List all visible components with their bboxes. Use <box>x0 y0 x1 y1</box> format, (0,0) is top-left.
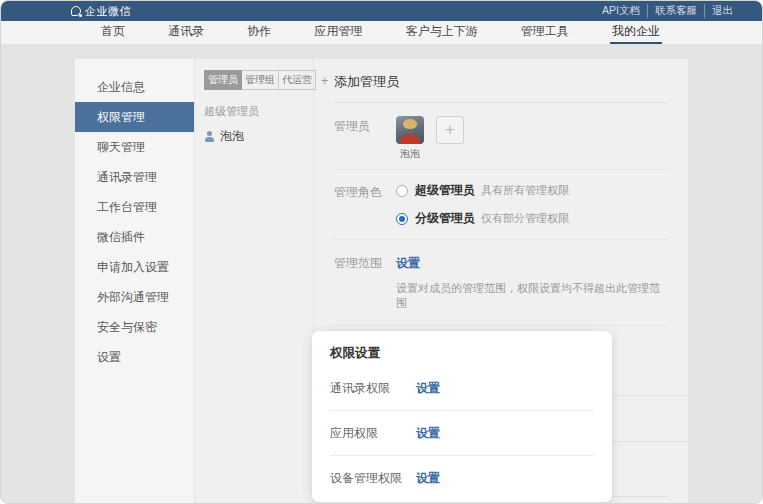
nav-tab-my-company[interactable]: 我的企业 <box>610 21 662 44</box>
admin-list-panel: 管理员 管理组 代运营 + 超级管理员 泡泡 <box>195 59 314 504</box>
nav-tab-collaboration[interactable]: 协作 <box>245 21 273 44</box>
admin-scope-row: 管理范围 设置 设置对成员的管理范围，权限设置均不得超出此管理范围 <box>334 239 668 326</box>
super-admin-group-label: 超级管理员 <box>204 104 305 119</box>
nav-tab-customers[interactable]: 客户与上下游 <box>404 21 480 44</box>
sidebar-item-external-comm[interactable]: 外部沟通管理 <box>75 282 194 312</box>
wework-logo-text: 企业微信 <box>85 4 131 19</box>
role-option-desc: 具有所有管理权限 <box>481 183 569 198</box>
admin-member-name: 泡泡 <box>220 128 244 145</box>
sidebar-item-permission-mgmt[interactable]: 权限管理 <box>75 102 194 132</box>
sidebar-item-company-info[interactable]: 企业信息 <box>75 72 194 102</box>
role-option-name: 分级管理员 <box>415 210 475 227</box>
admin-scope-content: 设置 设置对成员的管理范围，权限设置均不得超出此管理范围 <box>396 253 668 311</box>
person-icon <box>204 131 215 142</box>
permission-settings-zone: 权限设置 通讯录权限 设置 应用权限 设置 设备管理权限 设置 <box>334 331 668 487</box>
page-title: 添加管理员 <box>334 73 668 103</box>
radio-unchecked-icon[interactable] <box>396 185 408 197</box>
scope-settings-link[interactable]: 设置 <box>396 256 420 270</box>
wework-logo[interactable]: 企业微信 <box>71 4 131 19</box>
logout-link[interactable]: 退出 <box>704 4 740 18</box>
settings-sidebar: 企业信息 权限管理 聊天管理 通讯录管理 工作台管理 微信插件 申请加入设置 外… <box>75 59 195 504</box>
nav-tab-contacts[interactable]: 通讯录 <box>166 21 206 44</box>
tab-agent-ops[interactable]: 代运营 <box>279 70 316 90</box>
permission-card-title: 权限设置 <box>330 345 594 362</box>
app-window: 企业微信 API文档 联系客服 退出 首页 通讯录 协作 应用管理 客户与上下游… <box>0 0 763 504</box>
tab-administrators[interactable]: 管理员 <box>204 70 242 90</box>
device-permission-row: 设备管理权限 设置 <box>330 455 594 500</box>
nav-tab-admin-tools[interactable]: 管理工具 <box>519 21 571 44</box>
admin-role-label: 管理角色 <box>334 182 396 227</box>
admin-type-tabs: 管理员 管理组 代运营 + <box>204 70 305 90</box>
sidebar-item-settings[interactable]: 设置 <box>75 342 194 372</box>
admin-members-row: 管理员 泡泡 + <box>334 103 668 169</box>
radio-checked-icon[interactable] <box>396 213 408 225</box>
role-option-scoped-admin[interactable]: 分级管理员 仅有部分管理权限 <box>396 210 569 227</box>
add-admin-button[interactable]: + <box>436 116 464 144</box>
app-permission-label: 应用权限 <box>330 425 416 442</box>
role-option-desc: 仅有部分管理权限 <box>481 211 569 226</box>
admin-members-label: 管理员 <box>334 116 396 161</box>
permission-settings-card: 权限设置 通讯录权限 设置 应用权限 设置 设备管理权限 设置 <box>312 331 612 502</box>
sidebar-item-join-settings[interactable]: 申请加入设置 <box>75 252 194 282</box>
primary-nav: 首页 通讯录 协作 应用管理 客户与上下游 管理工具 我的企业 <box>1 21 762 45</box>
role-option-name: 超级管理员 <box>415 182 475 199</box>
add-admin-form: 添加管理员 管理员 泡泡 + 管理角色 <box>314 59 688 504</box>
admin-avatar-item[interactable]: 泡泡 <box>396 116 424 161</box>
device-permission-label: 设备管理权限 <box>330 470 416 487</box>
contacts-permission-row: 通讯录权限 设置 <box>330 366 594 410</box>
sidebar-item-workbench-mgmt[interactable]: 工作台管理 <box>75 192 194 222</box>
role-options: 超级管理员 具有所有管理权限 分级管理员 仅有部分管理权限 <box>396 182 569 227</box>
wework-logo-icon <box>71 6 81 16</box>
selected-admins: 泡泡 + <box>396 116 464 161</box>
page-body: 企业信息 权限管理 聊天管理 通讯录管理 工作台管理 微信插件 申请加入设置 外… <box>1 45 762 504</box>
user-avatar <box>396 116 424 144</box>
nav-tab-apps[interactable]: 应用管理 <box>312 21 364 44</box>
contacts-permission-settings-link[interactable]: 设置 <box>416 380 440 397</box>
admin-role-row: 管理角色 超级管理员 具有所有管理权限 分级管理员 仅有部分管理权限 <box>334 169 668 239</box>
tab-admin-groups[interactable]: 管理组 <box>242 70 279 90</box>
topbar-links: API文档 联系客服 退出 <box>595 4 740 18</box>
app-permission-settings-link[interactable]: 设置 <box>416 425 440 442</box>
scope-description: 设置对成员的管理范围，权限设置均不得超出此管理范围 <box>396 281 668 311</box>
content-card: 企业信息 权限管理 聊天管理 通讯录管理 工作台管理 微信插件 申请加入设置 外… <box>75 59 688 504</box>
api-docs-link[interactable]: API文档 <box>595 4 647 18</box>
topbar: 企业微信 API文档 联系客服 退出 <box>1 1 762 21</box>
sidebar-item-contacts-mgmt[interactable]: 通讯录管理 <box>75 162 194 192</box>
sidebar-item-security[interactable]: 安全与保密 <box>75 312 194 342</box>
avatar-name: 泡泡 <box>396 147 424 161</box>
sidebar-item-wechat-plugin[interactable]: 微信插件 <box>75 222 194 252</box>
contacts-permission-label: 通讯录权限 <box>330 380 416 397</box>
contact-support-link[interactable]: 联系客服 <box>647 4 704 18</box>
sidebar-item-chat-mgmt[interactable]: 聊天管理 <box>75 132 194 162</box>
app-permission-row: 应用权限 设置 <box>330 410 594 455</box>
role-option-super-admin[interactable]: 超级管理员 具有所有管理权限 <box>396 182 569 199</box>
nav-tab-home[interactable]: 首页 <box>99 21 127 44</box>
admin-member-item[interactable]: 泡泡 <box>204 128 305 145</box>
device-permission-settings-link[interactable]: 设置 <box>416 470 440 487</box>
admin-scope-label: 管理范围 <box>334 253 396 311</box>
